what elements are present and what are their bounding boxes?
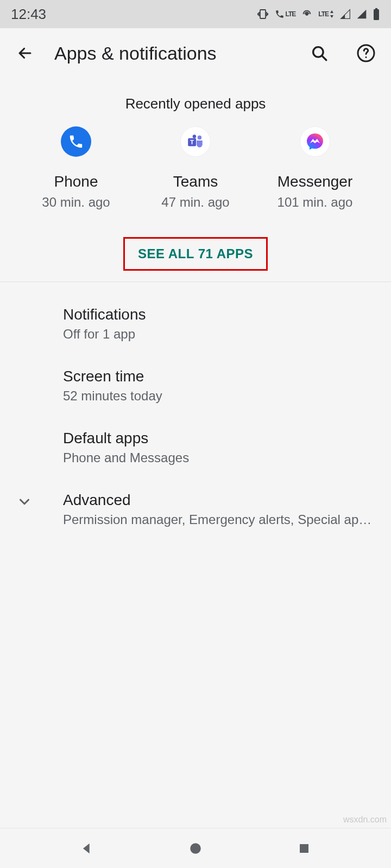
app-time-label: 47 min. ago [161,195,229,210]
nav-back-button[interactable] [71,832,103,865]
status-bar: 12:43 LTE LTE [0,0,391,28]
watermark: wsxdn.com [343,815,387,825]
recent-section: Recently opened apps Phone 30 min. ago T [0,78,391,282]
back-button[interactable] [13,41,37,65]
teams-app-icon: T [180,126,211,157]
setting-sub: 52 minutes today [63,388,378,404]
settings-list: Notifications Off for 1 app Screen time … [0,282,391,540]
app-bar: Apps & notifications [0,28,391,78]
wifi-calling-icon: LTE [275,9,295,19]
see-all-apps-button[interactable]: SEE ALL 71 APPS [123,237,268,271]
phone-app-icon [61,126,91,157]
messenger-app-icon [300,126,330,157]
vibrate-icon [256,8,269,21]
setting-title: Default apps [63,430,378,447]
status-time: 12:43 [11,6,46,23]
setting-advanced[interactable]: Advanced Permission manager, Emergency a… [0,478,391,540]
setting-default-apps[interactable]: Default apps Phone and Messages [0,417,391,478]
app-time-label: 30 min. ago [42,195,110,210]
setting-sub: Phone and Messages [63,450,378,465]
signal-1-icon [340,9,351,20]
status-icons: LTE LTE [256,8,380,21]
setting-screen-time[interactable]: Screen time 52 minutes today [0,355,391,417]
svg-point-10 [190,843,201,854]
recent-app-messenger[interactable]: Messenger 101 min. ago [261,126,369,210]
help-button[interactable] [354,41,378,65]
lte-icon: LTE [318,10,335,18]
svg-point-8 [198,136,201,139]
navigation-bar [0,828,391,868]
svg-point-5 [365,56,367,58]
setting-title: Advanced [63,492,378,509]
setting-sub: Off for 1 app [63,327,378,342]
svg-text:T: T [190,138,194,145]
setting-title: Screen time [63,368,378,385]
settings-screen: 12:43 LTE LTE [0,0,391,868]
app-name-label: Phone [54,173,98,190]
app-name-label: Teams [173,173,218,190]
recent-app-row: Phone 30 min. ago T Teams 47 min. ago [0,126,391,226]
svg-point-0 [306,13,308,15]
hotspot-icon [301,8,313,20]
page-title: Apps & notifications [54,43,290,64]
search-button[interactable] [307,41,331,65]
recent-app-phone[interactable]: Phone 30 min. ago [22,126,130,210]
chevron-down-icon [16,494,33,512]
nav-recent-button[interactable] [288,832,320,865]
app-time-label: 101 min. ago [278,195,353,210]
svg-rect-11 [300,844,308,853]
recent-app-teams[interactable]: T Teams 47 min. ago [141,126,250,210]
setting-notifications[interactable]: Notifications Off for 1 app [0,293,391,355]
signal-2-icon [356,9,367,20]
svg-rect-2 [375,8,377,10]
recent-header: Recently opened apps [0,78,391,126]
see-all-wrap: SEE ALL 71 APPS [0,226,391,282]
nav-home-button[interactable] [179,832,212,865]
svg-rect-1 [374,9,379,20]
battery-icon [373,8,380,20]
svg-point-9 [193,135,196,138]
app-name-label: Messenger [278,173,353,190]
setting-title: Notifications [63,306,378,323]
setting-sub: Permission manager, Emergency alerts, Sp… [63,512,378,527]
